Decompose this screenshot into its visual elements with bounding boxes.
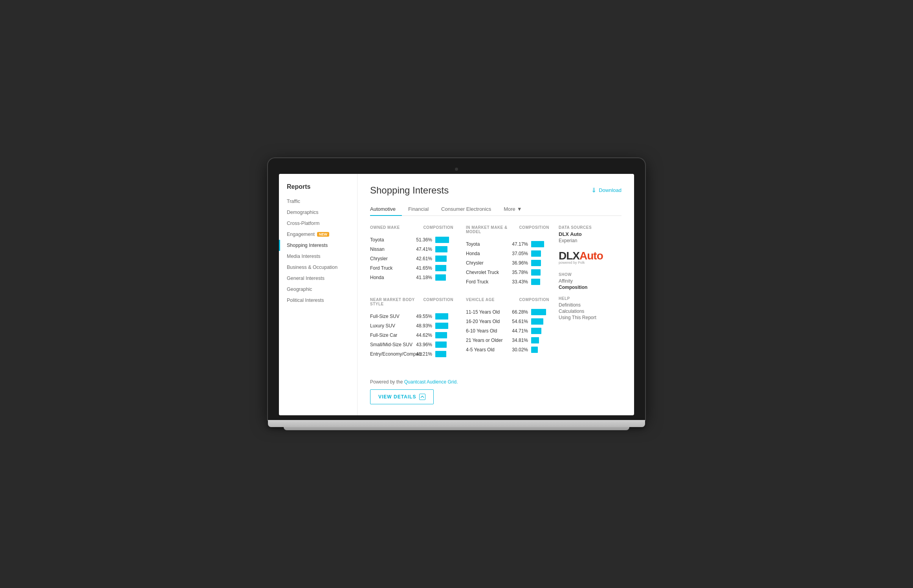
- sidebar-item-engagement[interactable]: Engagement NEW: [279, 229, 357, 240]
- table-row: 11-15 Years Old 66.28%: [466, 309, 549, 315]
- dlx-auto-logo: DLXAuto powered by Polk: [559, 250, 622, 265]
- chevron-up-icon: [419, 394, 425, 400]
- help-using-report[interactable]: Using This Report: [559, 315, 622, 320]
- table-row: Ford Truck 41.65%: [370, 265, 453, 271]
- table-row: Nissan 47.41%: [370, 246, 453, 252]
- show-section: SHOW Affinity Composition: [559, 272, 622, 290]
- in-market-section: IN MARKET MAKE & MODEL COMPOSITION Toyot…: [466, 225, 549, 288]
- sidebar-item-label: Geographic: [287, 287, 312, 292]
- table-row: Toyota 47.17%: [466, 241, 549, 247]
- page-header: Shopping Interests ⇓ Download: [370, 185, 622, 196]
- footer: Powered by the Quantcast Audience Grid. …: [370, 373, 549, 404]
- download-icon: ⇓: [591, 186, 596, 194]
- view-details-label: VIEW DETAILS: [378, 394, 416, 400]
- sidebar-item-label: Cross-Platform: [287, 221, 319, 226]
- sidebar-item-geographic[interactable]: Geographic: [279, 284, 357, 295]
- sidebar-item-business-occupation[interactable]: Business & Occupation: [279, 262, 357, 273]
- auto-text: Auto: [579, 250, 603, 262]
- owned-make-header: OWNED MAKE: [370, 225, 400, 230]
- sidebar-item-label: General Interests: [287, 276, 324, 281]
- quantcast-link[interactable]: Quantcast Audience Grid.: [404, 379, 458, 385]
- tab-financial[interactable]: Financial: [402, 203, 435, 216]
- vehicle-age-composition-header: COMPOSITION: [519, 298, 549, 302]
- sidebar-item-shopping-interests[interactable]: Shopping Interests: [279, 240, 357, 251]
- table-row: Full-Size Car 44.62%: [370, 332, 453, 338]
- owned-make-section: OWNED MAKE COMPOSITION Toyota 51.36%: [370, 225, 453, 288]
- sidebar-item-label: Shopping Interests: [287, 243, 328, 248]
- table-row: Toyota 51.36%: [370, 237, 453, 243]
- table-row: Luxury SUV 48.93%: [370, 323, 453, 329]
- in-market-composition-header: COMPOSITION: [519, 225, 549, 234]
- table-row: Chevrolet Truck 35.78%: [466, 269, 549, 276]
- tab-bar: Automotive Financial Consumer Electronic…: [370, 203, 622, 216]
- in-market-header: IN MARKET MAKE & MODEL: [466, 225, 519, 234]
- table-row: Chrysler 42.61%: [370, 256, 453, 262]
- sidebar-item-media-interests[interactable]: Media Interests: [279, 251, 357, 262]
- vehicle-age-header: VEHICLE AGE: [466, 298, 495, 302]
- source-sub: Experian: [559, 238, 622, 243]
- owned-make-composition-header: COMPOSITION: [423, 225, 453, 230]
- help-label: HELP: [559, 296, 622, 301]
- vehicle-age-section: VEHICLE AGE COMPOSITION 11-15 Years Old …: [466, 298, 549, 360]
- table-row: 21 Years or Older 34.81%: [466, 337, 549, 343]
- sidebar-item-label: Traffic: [287, 199, 300, 204]
- table-row: 16-20 Years Old 54.61%: [466, 318, 549, 325]
- tab-more[interactable]: More ▼: [497, 203, 528, 216]
- table-row: Honda 41.18%: [370, 274, 453, 281]
- near-market-header: NEAR MARKET BODY STYLE: [370, 298, 423, 306]
- data-sources-section: DATA SOURCES DLX Auto Experian: [559, 225, 622, 243]
- data-sidebar: DATA SOURCES DLX Auto Experian DLXAuto p…: [559, 225, 622, 404]
- download-button[interactable]: ⇓ Download: [591, 186, 622, 194]
- help-section: HELP Definitions Calculations Using This…: [559, 296, 622, 320]
- chevron-down-icon: ▼: [517, 206, 522, 212]
- view-details-button[interactable]: VIEW DETAILS: [370, 389, 434, 404]
- table-row: Entry/Economy/Compact 41.21%: [370, 351, 453, 357]
- svg-rect-0: [420, 394, 425, 400]
- table-row: Honda 37.05%: [466, 250, 549, 257]
- sidebar-reports-label: Reports: [279, 183, 357, 196]
- sidebar-item-label: Media Interests: [287, 254, 320, 259]
- sidebar-item-demographics[interactable]: Demographics: [279, 207, 357, 218]
- sidebar-item-label: Political Interests: [287, 298, 324, 303]
- table-row: Small/Mid-Size SUV 43.96%: [370, 341, 453, 348]
- sidebar-item-political-interests[interactable]: Political Interests: [279, 295, 357, 306]
- main-content: Shopping Interests ⇓ Download Automotive…: [358, 174, 634, 415]
- show-composition[interactable]: Composition: [559, 285, 622, 290]
- table-row: Chrysler 36.96%: [466, 260, 549, 266]
- sidebar-item-traffic[interactable]: Traffic: [279, 196, 357, 207]
- sidebar: Reports Traffic Demographics Cross-Platf…: [279, 174, 358, 415]
- show-label: SHOW: [559, 272, 622, 277]
- near-market-composition-header: COMPOSITION: [423, 298, 453, 306]
- table-row: Ford Truck 33.43%: [466, 279, 549, 285]
- data-sources-label: DATA SOURCES: [559, 225, 622, 230]
- new-badge: NEW: [317, 232, 329, 237]
- source-title: DLX Auto: [559, 231, 622, 237]
- sidebar-item-label: Engagement: [287, 232, 315, 237]
- tab-automotive[interactable]: Automotive: [370, 203, 402, 216]
- sidebar-item-cross-platform[interactable]: Cross-Platform: [279, 218, 357, 229]
- download-label: Download: [599, 187, 622, 193]
- near-market-section: NEAR MARKET BODY STYLE COMPOSITION Full-…: [370, 298, 453, 360]
- table-row: 4-5 Years Old 30.02%: [466, 347, 549, 353]
- table-row: 6-10 Years Old 44.71%: [466, 328, 549, 334]
- sidebar-item-label: Demographics: [287, 210, 319, 215]
- powered-by-text: Powered by the Quantcast Audience Grid.: [370, 379, 549, 385]
- help-calculations[interactable]: Calculations: [559, 309, 622, 314]
- sidebar-item-label: Business & Occupation: [287, 265, 337, 270]
- show-affinity[interactable]: Affinity: [559, 278, 622, 284]
- page-title: Shopping Interests: [370, 185, 449, 196]
- tab-consumer-electronics[interactable]: Consumer Electronics: [435, 203, 497, 216]
- sidebar-item-general-interests[interactable]: General Interests: [279, 273, 357, 284]
- table-row: Full-Size SUV 49.55%: [370, 313, 453, 320]
- help-definitions[interactable]: Definitions: [559, 302, 622, 308]
- dlx-text: DLX: [559, 250, 579, 262]
